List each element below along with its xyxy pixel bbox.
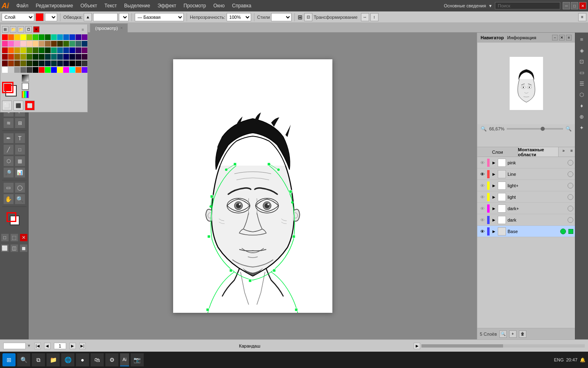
color-swatch[interactable] <box>57 41 63 47</box>
color-swatch[interactable] <box>82 41 87 47</box>
color-swatch[interactable] <box>33 34 38 40</box>
color-swatch[interactable] <box>20 47 26 53</box>
stroke-up-btn[interactable]: ▲ <box>84 13 92 21</box>
color-swatch[interactable] <box>76 41 81 47</box>
gradient-tool[interactable]: ▦ <box>15 156 25 166</box>
color-swatch[interactable] <box>39 41 45 47</box>
color-swatch[interactable] <box>27 47 32 53</box>
color-swatch[interactable] <box>51 41 57 47</box>
navigator-collapse-btn[interactable]: − <box>552 35 558 40</box>
color-swatch[interactable] <box>57 61 63 66</box>
color-swatch[interactable] <box>76 54 81 60</box>
color-swatch[interactable] <box>45 34 51 40</box>
warp-tool[interactable]: ≋ <box>3 118 14 128</box>
align-distribute-icon[interactable]: ⊞ <box>298 14 303 20</box>
color-swatch[interactable] <box>63 34 69 40</box>
taskbar-store[interactable]: 🛍 <box>91 353 104 366</box>
draw-inside-btn[interactable]: ⬚ <box>10 233 18 242</box>
color-swatch[interactable] <box>63 67 69 73</box>
zoom-thumb[interactable] <box>541 127 545 131</box>
color-swatch[interactable] <box>45 54 51 60</box>
color-swatch[interactable] <box>20 61 26 66</box>
color-mode-btn[interactable]: ⬜ <box>2 101 12 110</box>
paintbucket-tool[interactable]: ⬡ <box>3 156 14 166</box>
color-swatch[interactable] <box>57 47 63 53</box>
minimize-button[interactable]: ─ <box>563 2 570 9</box>
gradient-icon[interactable] <box>22 91 29 98</box>
layer-arrow-darkplus[interactable]: ▶ <box>491 206 496 211</box>
eyedropper-tool[interactable]: 🔎 <box>3 167 14 178</box>
shape-tool[interactable]: □ <box>15 144 25 155</box>
taskbar-illustrator[interactable]: Ai <box>120 353 129 366</box>
far-right-btn-6[interactable]: ⬡ <box>577 90 587 99</box>
stroke-unit-select[interactable] <box>119 13 129 21</box>
ellipse-tool[interactable]: ◯ <box>15 182 25 193</box>
menu-object[interactable]: Объект <box>77 2 100 9</box>
color-swatch[interactable] <box>82 47 87 53</box>
stroke-swatch[interactable] <box>2 82 13 93</box>
layer-eye-line[interactable]: 👁 <box>479 171 486 177</box>
color-swatch[interactable] <box>20 41 26 47</box>
far-right-btn-8[interactable]: ⊕ <box>577 112 587 121</box>
color-swatch[interactable] <box>39 47 45 53</box>
color-swatch[interactable] <box>57 34 63 40</box>
zoom-in-icon[interactable]: 🔍 <box>566 126 572 132</box>
color-swatch[interactable] <box>51 47 57 53</box>
swatch-panel-icon-4[interactable]: 🗒 <box>25 26 32 33</box>
layer-dot-base[interactable] <box>560 229 566 234</box>
layer-arrow-light[interactable]: ▶ <box>491 195 496 200</box>
color-swatch[interactable] <box>8 61 14 66</box>
swatch-panel-icon-1[interactable]: ⊞ <box>2 26 9 33</box>
color-swatch[interactable] <box>33 67 38 73</box>
color-swatch[interactable] <box>82 61 87 66</box>
color-swatch[interactable] <box>57 67 63 73</box>
stroke-color-box[interactable] <box>7 212 16 222</box>
panel-menu-btn[interactable]: ≡ <box>578 13 586 21</box>
line-tool[interactable]: ╱ <box>3 144 14 155</box>
layer-eye-base[interactable]: 👁 <box>479 228 486 235</box>
taskbar-chrome[interactable]: ● <box>76 353 89 366</box>
canvas-area[interactable] <box>29 33 477 339</box>
layer-eye-light[interactable]: 👁 <box>479 194 486 200</box>
color-swatch[interactable] <box>39 61 45 66</box>
zoom-tool[interactable]: 🔍 <box>15 194 25 204</box>
color-swatch[interactable] <box>51 54 57 60</box>
layer-arrow-pink[interactable]: ▶ <box>491 160 496 165</box>
layer-row-darkplus[interactable]: 👁 ▶ dark+ <box>477 203 575 214</box>
color-swatch[interactable] <box>2 54 8 60</box>
color-icon[interactable] <box>22 83 29 90</box>
zoom-out-icon[interactable]: 🔍 <box>481 126 487 132</box>
pen-tool[interactable]: ✒ <box>3 133 14 144</box>
taskbar-search[interactable]: 🔍 <box>17 353 30 366</box>
layer-arrow-dark[interactable]: ▶ <box>491 218 496 222</box>
color-swatch[interactable] <box>63 47 69 53</box>
layers-tab[interactable]: Слои <box>477 147 518 157</box>
color-swatch[interactable] <box>45 61 51 66</box>
stroke-value-input[interactable] <box>93 13 118 21</box>
color-swatch[interactable] <box>63 61 69 66</box>
type-tool[interactable]: T <box>15 133 25 144</box>
artboards-tab[interactable]: Монтажные области <box>518 147 559 157</box>
zoom-slider[interactable] <box>507 128 563 130</box>
hand-tool[interactable]: ✋ <box>3 194 14 204</box>
stroke-select[interactable] <box>45 13 57 21</box>
color-swatch[interactable] <box>27 34 32 40</box>
layer-dot-darkplus[interactable] <box>568 206 573 211</box>
page-input[interactable] <box>54 343 66 349</box>
taskbar-app-2[interactable]: 📷 <box>131 353 144 366</box>
delete-layer-btn[interactable]: 🗑 <box>519 330 526 338</box>
opacity-select[interactable]: 100% <box>227 13 251 21</box>
color-swatch[interactable] <box>8 47 14 53</box>
color-swatch[interactable] <box>33 54 38 60</box>
navigator-tab[interactable]: Навигатор <box>481 35 504 40</box>
layer-row-lightplus[interactable]: 👁 ▶ light+ <box>477 180 575 191</box>
stroke-mode-btn[interactable]: ⬜ <box>25 101 35 110</box>
color-swatch[interactable] <box>20 54 26 60</box>
free-transform-tool[interactable]: ⊞ <box>15 118 25 128</box>
far-right-btn-4[interactable]: ▭ <box>577 67 587 77</box>
info-tab[interactable]: Информация <box>507 35 536 40</box>
color-swatch[interactable] <box>63 54 69 60</box>
far-right-btn-1[interactable]: ≡ <box>577 34 587 44</box>
layer-dot-lightplus[interactable] <box>568 183 573 188</box>
color-swatch[interactable] <box>27 67 32 73</box>
